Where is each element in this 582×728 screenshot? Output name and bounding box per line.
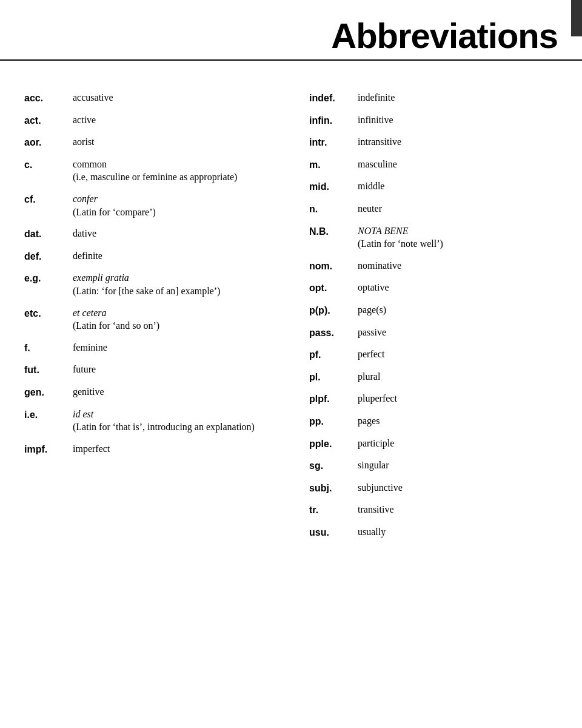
abbr-term: n. [309, 202, 358, 216]
abbr-definition: future [73, 363, 273, 376]
abbr-term: fut. [24, 363, 73, 377]
list-item: aor.aorist [24, 135, 273, 149]
abbr-definition: intransitive [358, 135, 558, 149]
abbr-term: usu. [309, 525, 358, 539]
list-item: indef.indefinite [309, 91, 558, 105]
abbr-term: acc. [24, 91, 73, 105]
list-item: cf.confer(Latin for ‘compare’) [24, 192, 273, 218]
abbr-term: pl. [309, 370, 358, 384]
abbr-definition: masculine [358, 158, 558, 171]
right-column: indef.indefiniteinfin.infinitiveintr.int… [309, 91, 558, 547]
abbr-term: pple. [309, 437, 358, 451]
header: Abbreviations [0, 0, 582, 61]
abbr-definition: transitive [358, 503, 558, 516]
abbr-term: c. [24, 158, 73, 172]
abbr-term: nom. [309, 259, 358, 273]
abbr-definition: usually [358, 525, 558, 539]
list-item: N.B.NOTA BENE(Latin for ‘note well’) [309, 224, 558, 251]
list-item: pple.participle [309, 437, 558, 451]
abbr-term: etc. [24, 306, 73, 320]
abbr-definition: participle [358, 437, 558, 450]
list-item: n.neuter [309, 202, 558, 216]
list-item: c.common(i.e, masculine or feminine as a… [24, 158, 273, 184]
list-item: pl.plural [309, 370, 558, 384]
page-marker [571, 0, 582, 36]
list-item: usu.usually [309, 525, 558, 539]
list-item: def.definite [24, 249, 273, 263]
abbr-term: e.g. [24, 271, 73, 285]
list-item: impf.imperfect [24, 442, 273, 456]
abbreviations-container: acc.accusativeact.activeaor.aoristc.comm… [0, 91, 582, 547]
abbr-definition: id est(Latin for ‘that is’, introducing … [73, 408, 273, 434]
abbr-term: intr. [309, 135, 358, 149]
abbr-definition: common(i.e, masculine or feminine as app… [73, 158, 273, 184]
list-item: act.active [24, 113, 273, 127]
list-item: i.e.id est(Latin for ‘that is’, introduc… [24, 408, 273, 434]
abbr-term: pp. [309, 414, 358, 428]
abbr-term: opt. [309, 281, 358, 295]
abbr-definition: pluperfect [358, 392, 558, 405]
abbr-definition: pages [358, 414, 558, 428]
abbr-term: indef. [309, 91, 358, 105]
abbr-definition: NOTA BENE(Latin for ‘note well’) [358, 224, 558, 251]
abbr-definition: genitive [73, 385, 273, 399]
list-item: intr.intransitive [309, 135, 558, 149]
left-column: acc.accusativeact.activeaor.aoristc.comm… [24, 91, 273, 547]
list-item: dat.dative [24, 227, 273, 241]
abbr-definition: perfect [358, 348, 558, 361]
abbr-term: sg. [309, 459, 358, 473]
abbr-definition: dative [73, 227, 273, 240]
list-item: subj.subjunctive [309, 481, 558, 495]
abbr-definition: exempli gratia(Latin: ‘for [the sake of … [73, 271, 273, 297]
list-item: acc.accusative [24, 91, 273, 105]
abbr-definition: plural [358, 370, 558, 383]
abbr-term: cf. [24, 192, 73, 206]
abbr-term: gen. [24, 385, 73, 399]
list-item: etc.et cetera(Latin for ‘and so on’) [24, 306, 273, 332]
abbr-definition: subjunctive [358, 481, 558, 494]
abbr-term: infin. [309, 113, 358, 127]
abbr-definition: indefinite [358, 91, 558, 104]
abbr-term: N.B. [309, 224, 358, 238]
list-item: tr.transitive [309, 503, 558, 517]
abbr-definition: neuter [358, 202, 558, 215]
abbr-definition: aorist [73, 135, 273, 149]
list-item: plpf.pluperfect [309, 392, 558, 406]
abbr-definition: passive [358, 326, 558, 339]
list-item: fut.future [24, 363, 273, 377]
abbr-term: subj. [309, 481, 358, 495]
list-item: nom.nominative [309, 259, 558, 273]
abbr-definition: definite [73, 249, 273, 263]
page: Abbreviations acc.accusativeact.activeao… [0, 0, 582, 728]
list-item: pp.pages [309, 414, 558, 428]
abbr-definition: nominative [358, 259, 558, 272]
list-item: mid.middle [309, 180, 558, 194]
page-title: Abbreviations [331, 18, 558, 59]
abbr-term: impf. [24, 442, 73, 456]
abbr-term: pass. [309, 326, 358, 340]
abbr-definition: middle [358, 180, 558, 193]
list-item: gen.genitive [24, 385, 273, 399]
abbr-term: aor. [24, 135, 73, 149]
abbr-term: tr. [309, 503, 358, 517]
list-item: f.feminine [24, 341, 273, 355]
list-item: p(p).page(s) [309, 303, 558, 317]
list-item: e.g.exempli gratia(Latin: ‘for [the sake… [24, 271, 273, 297]
abbr-definition: page(s) [358, 303, 558, 317]
abbr-term: m. [309, 158, 358, 172]
abbr-term: f. [24, 341, 73, 355]
abbr-definition: et cetera(Latin for ‘and so on’) [73, 306, 273, 332]
list-item: pass.passive [309, 326, 558, 340]
list-item: sg.singular [309, 459, 558, 473]
abbr-definition: optative [358, 281, 558, 294]
abbr-definition: singular [358, 459, 558, 472]
abbr-term: p(p). [309, 303, 358, 317]
list-item: infin.infinitive [309, 113, 558, 127]
list-item: opt.optative [309, 281, 558, 295]
abbr-term: plpf. [309, 392, 358, 406]
abbr-definition: imperfect [73, 442, 273, 456]
list-item: pf.perfect [309, 348, 558, 362]
abbr-term: act. [24, 113, 73, 127]
abbr-definition: infinitive [358, 113, 558, 127]
abbr-term: i.e. [24, 408, 73, 422]
